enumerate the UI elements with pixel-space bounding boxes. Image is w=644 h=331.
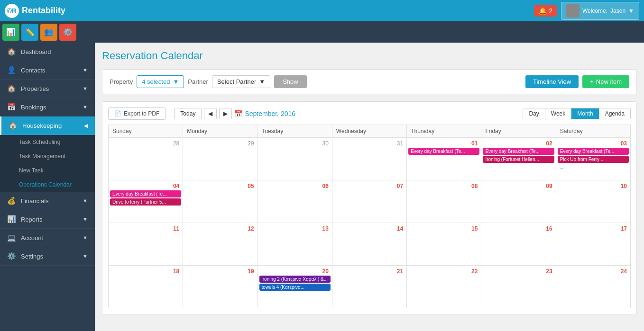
col-header-sunday: Sunday bbox=[109, 125, 183, 138]
calendar-container: 📄 Export to PDF Today ◀ ▶ 📅 September, 2… bbox=[102, 101, 637, 314]
calendar-event[interactable]: Ironing (Fortunet Hellen... bbox=[483, 156, 554, 163]
day-number: 02 bbox=[483, 139, 554, 148]
sidebar-item-label: Contacts bbox=[21, 67, 78, 74]
calendar-row: 28 29 30 31 01 Every day B bbox=[109, 138, 631, 180]
sidebar-item-settings[interactable]: ⚙️ Settings ▼ bbox=[0, 247, 95, 266]
calendar-row: 04 Every day Breakfast (Te... Drive to f… bbox=[109, 180, 631, 223]
calendar-event[interactable]: Every day Breakfast (Te... bbox=[110, 190, 181, 197]
contacts-icon: 👤 bbox=[7, 66, 16, 74]
more-events-link[interactable]: ... bbox=[558, 164, 629, 170]
calendar-month-label: 📅 September, 2016 bbox=[234, 110, 295, 117]
calendar-event[interactable]: Every day Breakfast (Te... bbox=[408, 148, 479, 155]
bookings-icon: 📅 bbox=[7, 103, 16, 111]
chevron-down-icon: ▼ bbox=[83, 198, 88, 204]
property-dropdown[interactable]: 4 selected ▼ bbox=[137, 75, 184, 88]
logo: ©R Rentability bbox=[5, 4, 65, 18]
filter-bar: Property 4 selected ▼ Partner Select Par… bbox=[102, 69, 637, 94]
month-view-button[interactable]: Month bbox=[571, 108, 599, 119]
day-number: 14 bbox=[334, 224, 405, 233]
username-text: Jason bbox=[610, 8, 626, 14]
day-number: 05 bbox=[184, 182, 256, 190]
today-button[interactable]: Today bbox=[174, 108, 202, 119]
sidebar-item-operations-calendar[interactable]: Operations Calendar bbox=[0, 178, 95, 192]
calendar-event[interactable]: towels 4 (Κατερινα... bbox=[259, 284, 331, 291]
day-number: 09 bbox=[483, 182, 554, 190]
calendar-event[interactable]: Pick Up from Ferry ... bbox=[558, 156, 629, 163]
sidebar-item-housekeeping[interactable]: 🏠 Housekeeping ◀ bbox=[0, 116, 95, 135]
top-navbar: ©R Rentability 🔔 2 Welcome, Jason ▼ bbox=[0, 0, 644, 21]
calendar-event[interactable]: Every day Breakfast (Te... bbox=[483, 148, 554, 155]
chevron-down-icon: ▼ bbox=[83, 216, 88, 222]
sidebar-item-task-management[interactable]: Task Management bbox=[0, 149, 95, 163]
col-header-monday: Monday bbox=[183, 125, 258, 138]
day-number: 20 bbox=[259, 267, 331, 276]
dropdown-arrow-icon: ▼ bbox=[173, 78, 179, 85]
calendar-navigation: Today ◀ ▶ 📅 September, 2016 bbox=[174, 108, 295, 119]
calendar-event[interactable]: Drive to ferry (Partner 5... bbox=[110, 198, 181, 206]
sidebar-item-label: Settings bbox=[21, 253, 78, 260]
day-number: 08 bbox=[408, 182, 479, 190]
show-button[interactable]: Show bbox=[274, 75, 307, 88]
calendar-cell: 10 bbox=[556, 180, 630, 223]
calendar-cell: 08 bbox=[407, 180, 481, 223]
new-item-label: New item bbox=[596, 78, 622, 85]
dashboard-icon: 🏠 bbox=[7, 47, 16, 56]
dropdown-arrow-icon: ▼ bbox=[628, 8, 634, 14]
sidebar-item-properties[interactable]: 🏠 Properties ▼ bbox=[0, 80, 95, 98]
calendar-icon: 📅 bbox=[234, 110, 242, 117]
col-header-thursday: Thursday bbox=[407, 125, 481, 138]
day-number: 13 bbox=[259, 224, 331, 233]
day-number: 28 bbox=[110, 139, 181, 148]
page-title: Reservation Calendar bbox=[102, 50, 637, 62]
day-number: 24 bbox=[558, 267, 629, 276]
calendar-event[interactable]: ironing 2 (Κατερινα Χαραλ.) &... bbox=[259, 276, 331, 283]
export-pdf-button[interactable]: 📄 Export to PDF bbox=[108, 107, 166, 120]
day-number: 01 bbox=[408, 139, 479, 148]
day-view-button[interactable]: Day bbox=[523, 108, 545, 119]
calendar-cell: 20 ironing 2 (Κατερινα Χαραλ.) &... towe… bbox=[258, 266, 332, 308]
day-number: 11 bbox=[110, 224, 181, 233]
export-label: Export to PDF bbox=[124, 110, 159, 117]
day-number: 17 bbox=[558, 224, 629, 233]
sidebar-item-dashboard[interactable]: 🏠 Dashboard bbox=[0, 43, 95, 61]
sidebar-item-label: Bookings bbox=[21, 104, 78, 111]
partner-dropdown[interactable]: Select Partner ▼ bbox=[212, 75, 270, 88]
new-item-button[interactable]: + New item bbox=[582, 75, 629, 88]
property-label: Property bbox=[110, 78, 133, 85]
sidebar-item-bookings[interactable]: 📅 Bookings ▼ bbox=[0, 98, 95, 116]
welcome-text: Welcome, bbox=[582, 8, 607, 14]
col-header-saturday: Saturday bbox=[556, 125, 630, 138]
user-menu-button[interactable]: Welcome, Jason ▼ bbox=[561, 2, 639, 20]
bell-count: 2 bbox=[549, 7, 552, 15]
settings-icon: ⚙️ bbox=[7, 252, 16, 260]
week-view-button[interactable]: Week bbox=[545, 108, 571, 119]
timeline-view-button[interactable]: Timeline View bbox=[525, 75, 579, 88]
sidebar-item-account[interactable]: 💻 Account ▼ bbox=[0, 229, 95, 247]
edit-toolbar-icon[interactable]: ✏️ bbox=[21, 24, 38, 41]
day-number: 04 bbox=[110, 182, 181, 190]
calendar-row: 18 19 20 ironing 2 (Κατερινα Χαραλ.) &..… bbox=[109, 266, 631, 308]
sidebar-item-financials[interactable]: 💰 Financials ▼ bbox=[0, 192, 95, 210]
sidebar-item-task-scheduling[interactable]: Task Scheduling bbox=[0, 135, 95, 149]
logo-text: Rentability bbox=[22, 6, 65, 16]
reports-icon: 📊 bbox=[7, 215, 16, 224]
sidebar-item-reports[interactable]: 📊 Reports ▼ bbox=[0, 210, 95, 229]
calendar-cell: 03 Every day Breakfast (Te... Pick Up fr… bbox=[556, 138, 630, 180]
bell-button[interactable]: 🔔 2 bbox=[534, 5, 557, 17]
chart-toolbar-icon[interactable]: 📊 bbox=[2, 24, 19, 41]
sidebar-item-new-task[interactable]: New Task bbox=[0, 163, 95, 178]
calendar-toolbar: 📄 Export to PDF Today ◀ ▶ 📅 September, 2… bbox=[108, 107, 631, 120]
agenda-view-button[interactable]: Agenda bbox=[599, 108, 630, 119]
settings-toolbar-icon[interactable]: ⚙️ bbox=[59, 24, 76, 41]
calendar-cell: 06 bbox=[258, 180, 332, 223]
people-toolbar-icon[interactable]: 👥 bbox=[40, 24, 57, 41]
calendar-cell: 21 bbox=[332, 266, 406, 308]
next-month-button[interactable]: ▶ bbox=[219, 108, 232, 119]
day-number: 31 bbox=[334, 139, 405, 148]
calendar-cell: 05 bbox=[183, 180, 258, 223]
day-number: 29 bbox=[184, 139, 256, 148]
calendar-event[interactable]: Every day Breakfast (Te... bbox=[558, 148, 629, 155]
sidebar-item-contacts[interactable]: 👤 Contacts ▼ bbox=[0, 61, 95, 80]
prev-month-button[interactable]: ◀ bbox=[204, 108, 217, 119]
plus-icon: + bbox=[590, 78, 594, 85]
